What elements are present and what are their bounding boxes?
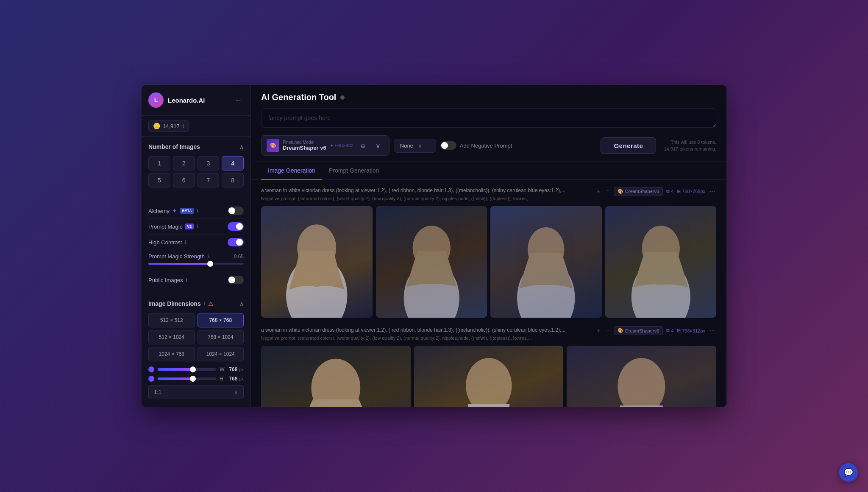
dim-btn-1024x1024[interactable]: 1024 × 1024: [198, 347, 244, 361]
public-images-info-icon[interactable]: ℹ: [186, 277, 188, 283]
tab-image-generation[interactable]: Image Generation: [261, 162, 322, 180]
gen-size-icon-2: ⊞: [677, 328, 681, 333]
high-contrast-info-icon[interactable]: ℹ: [184, 239, 186, 245]
token-info-icon[interactable]: ℹ: [182, 123, 184, 129]
aspect-ratio-select[interactable]: 1:1 ∨: [148, 385, 244, 399]
num-btn-6[interactable]: 6: [173, 173, 195, 187]
alchemy-toggle-row: Alchemy ✦ BETA ℹ: [148, 203, 244, 218]
num-btn-7[interactable]: 7: [198, 173, 220, 187]
gen-model-name-2: DreamShaperv6: [625, 328, 659, 333]
gen-prompts-1: a woman in white victorian dress (lookin…: [261, 187, 590, 202]
generate-button[interactable]: Generate: [601, 137, 656, 154]
collapse-images-chevron[interactable]: ∧: [239, 143, 244, 150]
dim-btn-768x1024[interactable]: 768 × 1024: [198, 330, 244, 344]
height-slider-thumb[interactable]: [190, 376, 196, 382]
gen-more-btn-2[interactable]: ⋯: [709, 327, 716, 335]
prompt-magic-toggle[interactable]: [228, 222, 244, 231]
dim-btn-512x512[interactable]: 512 × 512: [148, 313, 195, 327]
gen-add-btn-1[interactable]: ＋: [595, 187, 602, 196]
high-contrast-toggle-row: High Contrast ℹ: [148, 234, 244, 250]
pms-slider-fill: [148, 263, 210, 265]
pms-slider-track[interactable]: [148, 263, 244, 265]
model-dropdown-btn[interactable]: ∨: [372, 140, 384, 151]
gen-add-btn-2[interactable]: ＋: [595, 326, 602, 335]
gen-image-1-1[interactable]: [261, 206, 373, 318]
neg-prompt-toggle[interactable]: Add Negative Prompt: [440, 141, 512, 150]
gen-model-icon-2: 🎨: [618, 328, 623, 333]
height-px: px: [239, 376, 244, 381]
collapse-button[interactable]: ←: [233, 94, 244, 106]
high-contrast-label-text: High Contrast: [148, 239, 182, 246]
width-slider-thumb[interactable]: [190, 366, 196, 372]
style-dropdown-value: None: [400, 143, 413, 149]
public-images-toggle-row: Public Images ℹ: [148, 272, 244, 288]
gen-count-icon-2: ⧉: [666, 328, 670, 333]
gen-count-tag-2: ⧉ 4: [666, 328, 673, 333]
width-slider-track[interactable]: [158, 368, 216, 371]
neg-prompt-label: Add Negative Prompt: [460, 143, 512, 149]
section-header-dimensions: Image Dimensions ℹ ⚠ ∧: [148, 300, 244, 307]
page-title: AI Generation Tool: [261, 92, 336, 102]
width-value-box: 768 px: [229, 366, 244, 372]
model-name: DreamShaper v6: [283, 145, 326, 151]
collapse-dim-chevron[interactable]: ∧: [239, 300, 244, 307]
prompt-magic-info-icon[interactable]: ℹ: [196, 224, 198, 229]
gen-image-2-2[interactable]: [414, 346, 564, 407]
app-window: L Leonardo.Ai ← 🪙 14,917 ℹ Number of Ima…: [142, 85, 726, 407]
gen-model-tag-1: 🎨 DreamShaperv6: [614, 187, 663, 196]
height-value: 768: [229, 376, 237, 382]
gen-prompts-2: a woman in white victorian dress (lookin…: [261, 326, 590, 341]
num-btn-4[interactable]: 4: [222, 156, 244, 171]
gen-more-btn-1[interactable]: ⋯: [709, 187, 716, 196]
number-grid-row2: 5 6 7 8: [148, 173, 244, 187]
num-btn-8[interactable]: 8: [222, 173, 244, 187]
copy-icon-btn[interactable]: ⧉: [357, 140, 369, 151]
gen-upload-btn-2[interactable]: ↑: [606, 327, 610, 335]
gen-image-2-1[interactable]: [261, 346, 411, 407]
gen-image-2-3[interactable]: [567, 346, 716, 407]
alchemy-section: Alchemy ✦ BETA ℹ Prompt Magic V2 ℹ High …: [142, 200, 250, 290]
pms-info-icon[interactable]: ℹ: [207, 254, 209, 260]
gen-image-1-4[interactable]: [605, 206, 717, 318]
num-btn-5[interactable]: 5: [148, 173, 170, 187]
dim-info-icon[interactable]: ℹ: [203, 301, 206, 307]
gen-size-tag-1: ⊞ 768×768px: [677, 189, 705, 194]
dim-btn-768x768[interactable]: 768 × 768: [198, 313, 244, 327]
height-label: H: [220, 376, 225, 382]
dim-btn-1024x768[interactable]: 1024 × 768: [148, 347, 195, 361]
num-btn-2[interactable]: 2: [173, 156, 195, 171]
prompt-input[interactable]: [261, 108, 716, 128]
width-slider-row: W 768 px: [148, 366, 244, 372]
gen-image-1-2[interactable]: [376, 206, 487, 318]
neg-prompt-switch[interactable]: [440, 141, 456, 150]
gen-count-icon-1: ⧉: [666, 189, 670, 194]
height-slider-track[interactable]: [158, 377, 216, 380]
alchemy-icon: ✦: [172, 207, 177, 214]
content-area: a woman in white victorian dress (lookin…: [251, 180, 726, 407]
svg-point-12: [466, 358, 512, 407]
sidebar-logo: L Leonardo.Ai: [148, 92, 205, 108]
prompt-magic-label: Prompt Magic V2 ℹ: [148, 224, 198, 230]
tab-prompt-generation[interactable]: Prompt Generation: [322, 162, 386, 180]
high-contrast-toggle[interactable]: [228, 238, 244, 246]
dim-btn-512x1024[interactable]: 512 × 1024: [148, 330, 195, 344]
chat-bubble[interactable]: 💬: [839, 463, 858, 482]
svg-rect-13: [468, 404, 509, 407]
gen-actions-2: ＋ ↑ 🎨 DreamShaperv6 ⧉ 4 ⊞ 768×312px: [595, 326, 716, 335]
width-slider-icon: [148, 366, 154, 372]
alchemy-info-icon[interactable]: ℹ: [197, 208, 199, 214]
pms-slider-thumb[interactable]: [207, 261, 213, 267]
style-dropdown[interactable]: None ∨: [394, 139, 436, 153]
sidebar: L Leonardo.Ai ← 🪙 14,917 ℹ Number of Ima…: [142, 85, 251, 407]
alchemy-toggle[interactable]: [228, 207, 244, 215]
gen-upload-btn-1[interactable]: ↑: [606, 187, 610, 196]
num-btn-3[interactable]: 3: [198, 156, 220, 171]
gen-image-1-3[interactable]: [490, 206, 602, 318]
image-grid-1: [261, 206, 716, 318]
model-selector[interactable]: 🎨 Finetuned Model DreamShaper v6 ✦ 640×8…: [261, 135, 389, 156]
svg-rect-15: [620, 405, 663, 407]
public-images-toggle[interactable]: [228, 276, 244, 284]
num-btn-1[interactable]: 1: [148, 156, 170, 171]
chat-icon: 💬: [844, 468, 853, 477]
gen-model-name-1: DreamShaperv6: [625, 189, 659, 194]
